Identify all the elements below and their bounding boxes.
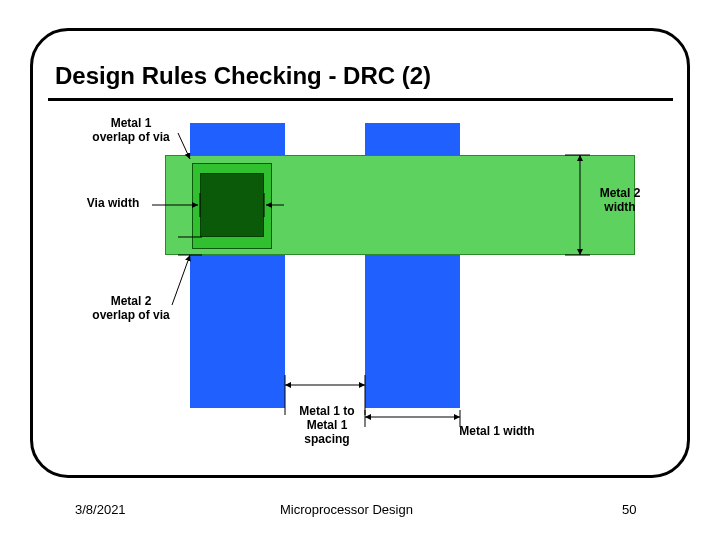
svg-line-0 bbox=[178, 133, 190, 159]
footer-title: Microprocessor Design bbox=[280, 502, 413, 517]
footer-page-number: 50 bbox=[622, 502, 636, 517]
label-metal2-width: Metal 2width bbox=[590, 187, 650, 215]
label-metal2-overlap: Metal 2overlap of via bbox=[86, 295, 176, 323]
label-metal1-overlap: Metal 1overlap of via bbox=[86, 117, 176, 145]
footer-date: 3/8/2021 bbox=[75, 502, 126, 517]
label-metal1-width: Metal 1 width bbox=[452, 425, 542, 439]
label-metal1-spacing: Metal 1 toMetal 1spacing bbox=[282, 405, 372, 446]
label-via-width: Via width bbox=[78, 197, 148, 211]
slide-title: Design Rules Checking - DRC (2) bbox=[55, 62, 431, 90]
title-rule bbox=[48, 98, 673, 101]
dimension-arrows bbox=[60, 115, 660, 455]
drc-diagram: Metal 1overlap of via Via width Metal 2o… bbox=[60, 115, 660, 455]
